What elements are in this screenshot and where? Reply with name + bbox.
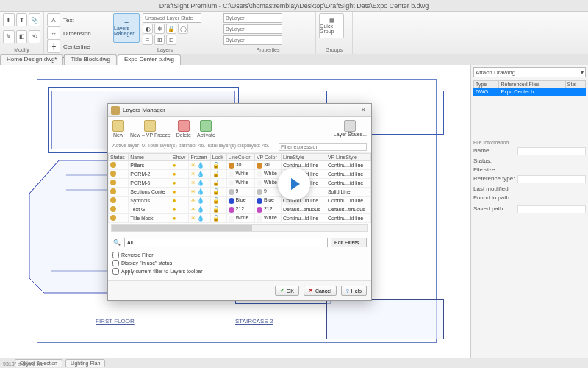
layer-states-button[interactable]: Layer States...: [334, 120, 367, 138]
play-button-overlay[interactable]: [278, 168, 310, 200]
sun-icon[interactable]: ☀: [190, 197, 196, 204]
layer-tool-6[interactable]: ⊞: [154, 35, 165, 45]
ref-row[interactable]: DWG Expo Center b: [474, 88, 586, 96]
show-icon[interactable]: ●: [173, 188, 176, 195]
modify-icon[interactable]: ✎: [3, 30, 15, 43]
text-icon[interactable]: A: [47, 13, 60, 26]
col-vp-color[interactable]: VP Color: [254, 154, 281, 161]
inuse-status-check[interactable]: Display "in use" status: [112, 260, 367, 266]
layer-row[interactable]: PORM-2●☀ 💧🔓WhiteWhiteContinu...id lineCo…: [109, 170, 371, 179]
show-icon[interactable]: ●: [173, 215, 176, 222]
show-icon[interactable]: ●: [173, 180, 176, 186]
freeze-icon[interactable]: 💧: [197, 197, 204, 204]
new-vp-freeze-button[interactable]: New – VP Freeze: [130, 120, 171, 138]
lock-icon[interactable]: 🔓: [212, 197, 220, 204]
dimension-icon[interactable]: ↔: [47, 26, 60, 40]
freeze-icon[interactable]: 💧: [197, 171, 204, 177]
fi-savedpath[interactable]: [517, 205, 586, 213]
layer-row[interactable]: Sections Conte●☀ 💧🔓99Solid LineSolid Lin…: [109, 188, 371, 197]
modify-icon-2[interactable]: ◧: [16, 30, 28, 43]
layer-tool-7[interactable]: ⊟: [166, 35, 176, 45]
horizontal-scrollbar[interactable]: [111, 224, 368, 232]
centerline-icon[interactable]: ╋: [47, 40, 60, 53]
tab-title-block[interactable]: Title Block.dwg: [64, 54, 117, 65]
cancel-button[interactable]: ✖Cancel: [304, 286, 337, 296]
lock-icon[interactable]: 🔓: [212, 215, 220, 222]
filter-expression-input[interactable]: [279, 143, 367, 151]
show-icon[interactable]: ●: [173, 171, 176, 177]
text-label[interactable]: Text: [62, 17, 76, 24]
layer-row[interactable]: Title block●☀ 💧🔓WhiteWhiteContinu...id l…: [109, 214, 371, 223]
lock-icon[interactable]: 🔓: [212, 162, 220, 169]
export-button[interactable]: ⬆: [16, 13, 28, 26]
layer-tool-3[interactable]: 🔒: [166, 24, 176, 34]
layer-row[interactable]: PORM-6●☀ 💧🔓WhiteWhiteContinu...id lineCo…: [109, 179, 371, 188]
show-icon[interactable]: ●: [173, 162, 176, 169]
lock-icon[interactable]: 🔓: [212, 188, 220, 195]
delete-layer-button[interactable]: Delete: [176, 120, 191, 138]
close-button[interactable]: ✕: [358, 105, 368, 116]
layer-row[interactable]: Text G●☀ 💧🔓212212Default...tinuousDefaul…: [109, 205, 371, 214]
apply-filter-check[interactable]: Apply current filter to Layers toolbar: [112, 268, 367, 275]
col-status[interactable]: Status: [109, 154, 129, 161]
layer-tool-4[interactable]: ◯: [178, 24, 188, 34]
attach-button[interactable]: 📎: [29, 13, 40, 26]
sun-icon[interactable]: ☀: [190, 206, 196, 213]
col-frozen[interactable]: Frozen: [189, 154, 210, 161]
layer-state-dropdown[interactable]: Unsaved Layer State: [143, 13, 201, 23]
lock-icon[interactable]: 🔓: [212, 206, 220, 213]
sun-icon[interactable]: ☀: [190, 180, 196, 186]
dimension-label[interactable]: Dimension: [62, 30, 93, 37]
prop-weight-dd[interactable]: ByLayer: [223, 35, 282, 45]
col-linecolor[interactable]: LineColor: [226, 154, 254, 161]
sun-icon[interactable]: ☀: [190, 215, 196, 222]
freeze-icon[interactable]: 💧: [197, 180, 204, 186]
layer-tool-1[interactable]: ◐: [143, 24, 153, 34]
freeze-icon[interactable]: 💧: [197, 162, 204, 169]
col-linestyle[interactable]: LineStyle: [281, 154, 326, 161]
prop-color-dd[interactable]: ByLayer: [223, 13, 282, 23]
freeze-icon[interactable]: 💧: [197, 206, 204, 213]
layers-manager-button[interactable]: ☰ Layers Manager: [113, 13, 140, 43]
show-icon[interactable]: ●: [173, 206, 176, 213]
help-button[interactable]: ?Help: [341, 286, 367, 296]
lock-icon[interactable]: 🔓: [212, 171, 220, 177]
layer-row[interactable]: Symbols●☀ 💧🔓BlueBlueContinu...id lineCon…: [109, 197, 371, 205]
sheet-lighting-plan[interactable]: Lighting Plan: [65, 359, 105, 367]
group-label-groups: Groups: [319, 47, 349, 52]
sun-icon[interactable]: ☀: [190, 162, 196, 169]
edit-filters-button[interactable]: Edit Filters...: [331, 238, 367, 247]
layer-tool-2[interactable]: ❄: [154, 24, 165, 34]
col-vp-linestyle[interactable]: VP LineStyle: [326, 154, 370, 161]
layer-name: Text G: [129, 205, 171, 214]
prop-line-dd[interactable]: ByLayer: [223, 24, 282, 34]
fi-name[interactable]: [517, 147, 586, 155]
sun-icon[interactable]: ☀: [190, 188, 196, 195]
new-layer-button[interactable]: New: [112, 120, 124, 138]
tab-home-design[interactable]: Home Design.dwg*: [0, 54, 63, 65]
freeze-icon[interactable]: 💧: [197, 215, 204, 222]
col-name[interactable]: Name: [129, 154, 171, 161]
lock-icon[interactable]: 🔓: [212, 180, 220, 186]
show-icon[interactable]: ●: [173, 197, 176, 204]
reverse-filter-check[interactable]: Reverse Filter: [112, 252, 367, 258]
dialog-titlebar[interactable]: Layers Manager ✕: [108, 104, 371, 117]
col-lock[interactable]: Lock: [210, 154, 226, 161]
import-button[interactable]: ⬇: [3, 13, 15, 26]
centerline-label[interactable]: Centerline: [62, 43, 91, 50]
sun-icon[interactable]: ☀: [190, 171, 196, 177]
freeze-icon[interactable]: 💧: [197, 188, 204, 195]
attach-drawing-dropdown[interactable]: Attach Drawing ▾: [473, 67, 586, 77]
layer-tool-5[interactable]: ≡: [143, 35, 153, 45]
layer-search-input[interactable]: [124, 238, 328, 247]
activate-layer-button[interactable]: Activate: [197, 120, 215, 138]
modify-icon-3[interactable]: ⟲: [29, 30, 40, 43]
layer-row[interactable]: Pillars●☀ 💧🔓3030Continu...id lineContinu…: [109, 161, 371, 170]
col-show[interactable]: Show: [171, 154, 189, 161]
tab-expo-center[interactable]: Expo Center b.dwg: [118, 54, 181, 65]
ok-button[interactable]: ✔OK: [275, 286, 299, 296]
dialog-buttons: ✔OK ✖Cancel ?Help: [108, 280, 371, 300]
layers-table[interactable]: StatusNameShowFrozenLockLineColorVP Colo…: [108, 153, 371, 223]
fi-reftype[interactable]: [517, 175, 586, 183]
quick-group-button[interactable]: ▦ Quick Group: [319, 13, 344, 38]
